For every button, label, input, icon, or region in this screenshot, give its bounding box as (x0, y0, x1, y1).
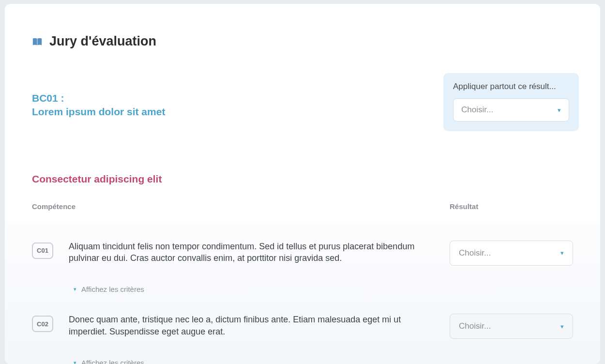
column-label-competence: Compétence (32, 202, 450, 211)
description-column: Donec quam ante, tristique nec leo a, di… (69, 314, 430, 364)
apply-everywhere-label: Appliquer partout ce résult... (453, 82, 569, 91)
show-criteria-toggle[interactable]: ▾ Affichez les critères (69, 285, 430, 293)
result-column: Choisir... ▾ (450, 241, 573, 294)
description-column: Aliquam tincidunt felis non tempor condi… (69, 241, 430, 294)
rows-container: C01 Aliquam tincidunt felis non tempor c… (5, 220, 600, 364)
competence-description: Aliquam tincidunt felis non tempor condi… (69, 241, 422, 264)
book-icon (32, 37, 43, 46)
page-title: Jury d'évaluation (49, 34, 156, 49)
svg-rect-0 (37, 38, 38, 45)
apply-everywhere-select[interactable]: Choisir... ▾ (453, 98, 569, 121)
chevron-down-icon: ▾ (560, 323, 564, 330)
column-label-result: Résultat (450, 202, 573, 211)
top-section: BC01 : Lorem ipsum dolor sit amet Appliq… (5, 49, 600, 119)
select-placeholder: Choisir... (459, 321, 491, 331)
competence-code-badge: C02 (32, 316, 53, 332)
chevron-down-icon: ▾ (74, 286, 76, 292)
criteria-toggle-label: Affichez les critères (81, 359, 144, 364)
table-row: C01 Aliquam tincidunt felis non tempor c… (5, 220, 600, 294)
chevron-down-icon: ▾ (560, 249, 564, 257)
select-placeholder: Choisir... (459, 248, 491, 258)
chevron-down-icon: ▾ (74, 360, 76, 364)
select-placeholder: Choisir... (461, 105, 493, 115)
bc-title: Lorem ipsum dolor sit amet (32, 105, 165, 119)
competence-code-badge: C01 (32, 243, 53, 259)
columns-header: Compétence Résultat (5, 185, 600, 211)
table-row: C02 Donec quam ante, tristique nec leo a… (5, 293, 600, 364)
chevron-down-icon: ▾ (558, 106, 561, 114)
evaluation-card: Jury d'évaluation BC01 : Lorem ipsum dol… (5, 4, 600, 364)
row-body: Donec quam ante, tristique nec leo a, di… (69, 314, 573, 364)
result-select[interactable]: Choisir... ▾ (450, 241, 573, 266)
bc-heading: BC01 : Lorem ipsum dolor sit amet (32, 91, 165, 119)
card-header: Jury d'évaluation (5, 4, 600, 49)
criteria-toggle-label: Affichez les critères (81, 285, 144, 293)
competence-description: Donec quam ante, tristique nec leo a, di… (69, 314, 422, 337)
result-select[interactable]: Choisir... ▾ (450, 314, 573, 339)
bc-code: BC01 : (32, 91, 165, 105)
show-criteria-toggle[interactable]: ▾ Affichez les critères (69, 359, 430, 364)
row-body: Aliquam tincidunt felis non tempor condi… (69, 241, 573, 294)
result-column: Choisir... ▾ (450, 314, 573, 364)
apply-everywhere-box: Appliquer partout ce résult... Choisir..… (443, 73, 579, 131)
